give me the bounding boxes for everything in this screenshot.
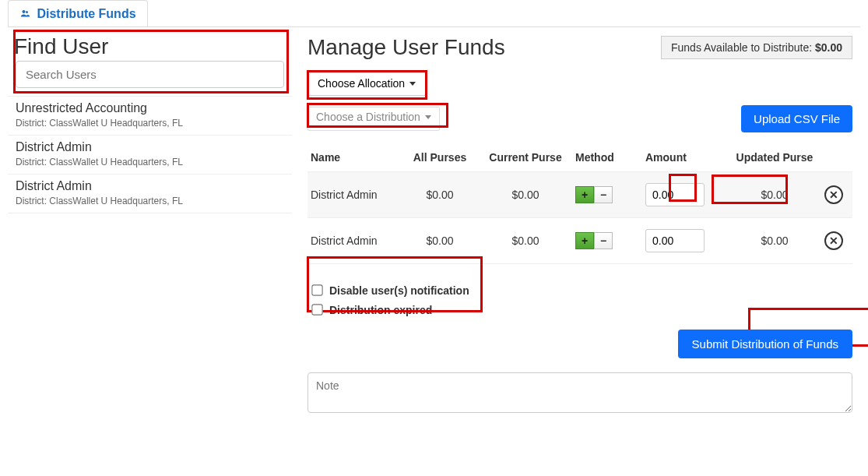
minus-icon: − xyxy=(600,235,606,246)
page-title: Manage User Funds xyxy=(307,35,505,60)
group-icon xyxy=(19,7,33,20)
fund-row: District Admin $0.00 $0.00 + − $0.00 ✕ xyxy=(307,218,852,264)
find-user-title: Find User xyxy=(8,31,292,61)
row-updated: $0.00 xyxy=(728,218,821,264)
row-name: District Admin xyxy=(307,172,401,218)
checkbox-input[interactable] xyxy=(311,304,322,315)
x-icon: ✕ xyxy=(829,189,838,201)
col-name: Name xyxy=(307,146,401,172)
checkbox-input[interactable] xyxy=(311,284,322,295)
col-amount: Amount xyxy=(642,146,728,172)
row-current: $0.00 xyxy=(479,172,572,218)
method-minus-button[interactable]: − xyxy=(594,232,613,249)
col-method: Method xyxy=(572,146,642,172)
remove-row-button[interactable]: ✕ xyxy=(824,185,843,204)
col-current-purse: Current Purse xyxy=(479,146,572,172)
plus-icon: + xyxy=(582,235,588,246)
col-updated-purse: Updated Purse xyxy=(728,146,821,172)
distribution-expired-label: Distribution expired xyxy=(329,304,432,316)
svg-point-0 xyxy=(23,10,26,13)
funds-available-badge: Funds Available to Distribute: $0.00 xyxy=(661,36,852,59)
search-input[interactable] xyxy=(16,61,284,88)
upload-csv-button[interactable]: Upload CSV File xyxy=(741,105,852,132)
tab-label: Distribute Funds xyxy=(37,7,135,20)
note-textarea[interactable] xyxy=(307,372,852,413)
user-district: District: ClassWallet U Headquarters, FL xyxy=(16,196,284,206)
user-name: Unrestricted Accounting xyxy=(16,101,284,115)
row-all: $0.00 xyxy=(401,172,479,218)
submit-distribution-button[interactable]: Submit Distribution of Funds xyxy=(678,330,852,358)
method-plus-button[interactable]: + xyxy=(575,232,594,249)
choose-distribution-dropdown[interactable]: Choose a Distribution xyxy=(313,108,434,125)
distribution-expired-checkbox[interactable]: Distribution expired xyxy=(309,302,481,317)
amount-input[interactable] xyxy=(645,229,705,252)
remove-row-button[interactable]: ✕ xyxy=(824,231,843,250)
plus-icon: + xyxy=(582,189,588,200)
disable-notification-checkbox[interactable]: Disable user(s) notification xyxy=(309,283,481,298)
minus-icon: − xyxy=(600,189,606,200)
choose-allocation-dropdown[interactable]: Choose Allocation xyxy=(307,71,426,96)
choose-distribution-label: Choose a Distribution xyxy=(316,111,420,123)
row-current: $0.00 xyxy=(479,218,572,264)
row-all: $0.00 xyxy=(401,218,479,264)
user-name: District Admin xyxy=(16,179,284,193)
funds-available-value: $0.00 xyxy=(815,41,842,54)
fund-row: District Admin $0.00 $0.00 + − $0.00 ✕ xyxy=(307,172,852,218)
disable-notification-label: Disable user(s) notification xyxy=(329,284,469,297)
row-name: District Admin xyxy=(307,218,401,264)
user-list[interactable]: Unrestricted Accounting District: ClassW… xyxy=(8,96,292,400)
method-plus-button[interactable]: + xyxy=(575,186,594,203)
x-icon: ✕ xyxy=(829,234,838,247)
col-all-purses: All Purses xyxy=(401,146,479,172)
method-minus-button[interactable]: − xyxy=(594,186,613,203)
caret-down-icon xyxy=(425,115,431,119)
caret-down-icon xyxy=(409,82,416,86)
row-updated: $0.00 xyxy=(728,172,821,218)
user-name: District Admin xyxy=(16,140,284,154)
svg-point-1 xyxy=(26,11,28,13)
choose-allocation-label: Choose Allocation xyxy=(318,77,405,90)
funds-available-label: Funds Available to Distribute: xyxy=(671,41,815,54)
amount-input[interactable] xyxy=(645,183,705,206)
user-district: District: ClassWallet U Headquarters, FL xyxy=(16,157,284,167)
user-list-item[interactable]: District Admin District: ClassWallet U H… xyxy=(8,136,292,175)
user-district: District: ClassWallet U Headquarters, FL xyxy=(16,118,284,129)
user-list-item[interactable]: Unrestricted Accounting District: ClassW… xyxy=(8,97,292,136)
user-list-item[interactable]: District Admin District: ClassWallet U H… xyxy=(8,175,292,213)
tab-distribute-funds[interactable]: Distribute Funds xyxy=(8,0,148,27)
